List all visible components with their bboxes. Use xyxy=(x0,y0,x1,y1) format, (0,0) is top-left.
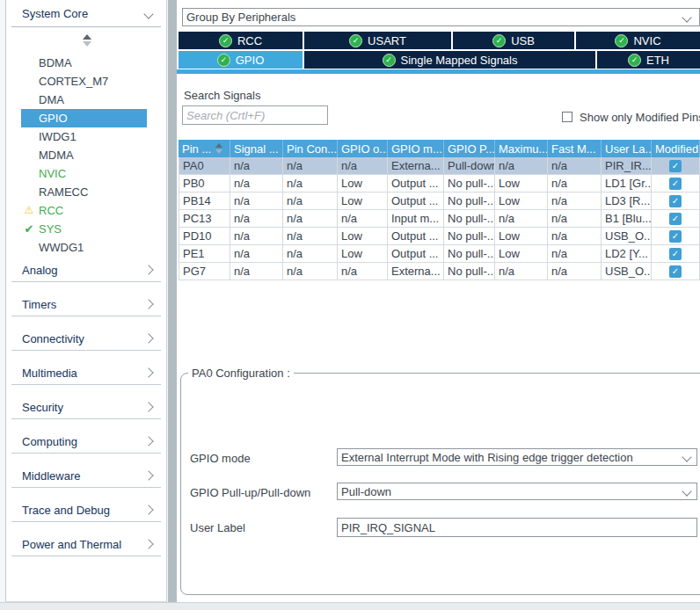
modified-checkbox[interactable] xyxy=(669,248,682,260)
cell-user-label: USB_O... xyxy=(602,228,652,245)
table-row-pe1[interactable]: PE1 n/a n/a Low Output ... No pull-... L… xyxy=(179,245,700,263)
search-input[interactable] xyxy=(182,105,328,125)
sidebar-item-dma[interactable]: DMA xyxy=(21,91,147,109)
category-label: Timers xyxy=(22,298,56,311)
sidebar-item-ramecc[interactable]: RAMECC xyxy=(21,183,147,201)
modified-checkbox[interactable] xyxy=(669,178,682,190)
tab-usart[interactable]: USART xyxy=(304,32,451,49)
sidebar-category-security[interactable]: Security xyxy=(11,396,161,430)
sidebar-item-wwdg1[interactable]: WWDG1 xyxy=(21,238,147,257)
chevron-right-icon xyxy=(143,505,153,514)
table-row-pa0[interactable]: PA0 n/a n/a n/a Externa... Pull-down n/a… xyxy=(179,157,700,175)
peripheral-label: GPIO xyxy=(39,112,68,125)
peripheral-list: BDMA CORTEX_M7 DMA GPIO IWDG1 MDMA NVIC … xyxy=(6,54,168,257)
mode-configuration-panel: Group By Peripherals RCC USART USB NVIC … xyxy=(177,0,700,602)
peripheral-label: RAMECC xyxy=(39,185,88,199)
sidebar-category-middleware[interactable]: Middleware xyxy=(11,464,161,498)
cell-maximum: Low xyxy=(495,228,548,245)
tab-rcc[interactable]: RCC xyxy=(179,32,303,49)
show-only-modified-pins-label: Show only Modified Pins xyxy=(580,111,700,124)
sidebar-category-computing[interactable]: Computing xyxy=(11,430,161,464)
sidebar-category-trace-and-debug[interactable]: Trace and Debug xyxy=(11,498,161,533)
group-by-dropdown[interactable]: Group By Peripherals xyxy=(182,8,700,26)
column-header-gpio-pull[interactable]: GPIO P... xyxy=(444,140,495,157)
sidebar-item-gpio[interactable]: GPIO xyxy=(21,109,147,127)
cell-gpio-pull: No pull-... xyxy=(444,210,495,228)
tab-single-mapped-signals[interactable]: Single Mapped Signals xyxy=(304,51,595,69)
table-row-pd10[interactable]: PD10 n/a n/a Low Output ... No pull-... … xyxy=(179,228,700,245)
cell-gpio-output: n/a xyxy=(338,157,388,175)
cell-gpio-pull: No pull-... xyxy=(444,245,495,263)
tab-label: USART xyxy=(368,34,406,47)
sort-icon xyxy=(215,143,222,154)
tab-nvic[interactable]: NVIC xyxy=(576,32,700,49)
sidebar-item-rcc[interactable]: ⚠ RCC xyxy=(21,201,147,220)
cell-maximum: Low xyxy=(495,175,548,192)
gpio-pull-select[interactable]: Pull-down xyxy=(337,483,697,500)
column-header-maximum[interactable]: Maximu... xyxy=(495,140,548,157)
sidebar-item-sys[interactable]: ✔ SYS xyxy=(21,220,147,238)
gpio-mode-label: GPIO mode xyxy=(190,452,251,465)
modified-checkbox[interactable] xyxy=(669,230,682,243)
panel-divider[interactable] xyxy=(168,0,177,602)
tab-gpio[interactable]: GPIO xyxy=(179,51,303,69)
column-header-gpio-output[interactable]: GPIO o... xyxy=(338,140,388,157)
cell-pin: PD10 xyxy=(179,228,230,245)
tab-eth[interactable]: ETH xyxy=(597,51,700,69)
cell-fast-mode: n/a xyxy=(548,210,602,228)
sidebar-item-iwdg1[interactable]: IWDG1 xyxy=(21,127,147,146)
column-header-user-label[interactable]: User La... xyxy=(602,140,652,157)
modified-checkbox[interactable] xyxy=(669,213,682,225)
sidebar-category-timers[interactable]: Timers xyxy=(11,293,161,327)
sidebar-category-power-and-thermal[interactable]: Power and Thermal xyxy=(11,533,161,567)
sidebar-header-system-core[interactable]: System Core xyxy=(22,7,88,20)
cell-fast-mode: n/a xyxy=(548,175,602,192)
scroll-up-icon[interactable] xyxy=(83,34,91,40)
cell-gpio-mode: Output ... xyxy=(388,192,444,210)
cell-pin-context: n/a xyxy=(283,192,338,210)
chevron-down-icon[interactable] xyxy=(143,9,153,18)
modified-checkbox[interactable] xyxy=(669,160,682,172)
sidebar-item-cortex-m7[interactable]: CORTEX_M7 xyxy=(21,72,147,91)
sidebar-category-analog[interactable]: Analog xyxy=(11,258,161,293)
column-header-pin[interactable]: Pin ... xyxy=(179,140,230,157)
column-header-signal[interactable]: Signal ... xyxy=(230,140,283,157)
cell-gpio-pull: No pull-... xyxy=(444,192,495,210)
gpio-mode-value: External Interrupt Mode with Rising edge… xyxy=(341,451,633,464)
gpio-mode-select[interactable]: External Interrupt Mode with Rising edge… xyxy=(337,448,697,466)
table-row-pg7[interactable]: PG7 n/a n/a n/a Externa... No pull-... n… xyxy=(179,263,700,280)
user-label-input[interactable] xyxy=(337,518,697,537)
sidebar-category-multimedia[interactable]: Multimedia xyxy=(11,361,161,396)
column-header-fast-mode[interactable]: Fast M... xyxy=(548,140,602,157)
category-label: Middleware xyxy=(22,469,80,483)
sidebar-item-nvic[interactable]: NVIC xyxy=(21,164,147,183)
cell-gpio-pull: No pull-... xyxy=(444,263,495,280)
column-header-modified[interactable]: Modified xyxy=(652,140,700,157)
table-row-pb14[interactable]: PB14 n/a n/a Low Output ... No pull-... … xyxy=(179,192,700,210)
column-header-gpio-mode[interactable]: GPIO m... xyxy=(388,140,444,157)
table-row-pb0[interactable]: PB0 n/a n/a Low Output ... No pull-... L… xyxy=(179,175,700,192)
chevron-right-icon xyxy=(143,470,153,480)
peripheral-label: IWDG1 xyxy=(39,130,77,143)
scroll-down-icon[interactable] xyxy=(83,41,91,47)
cell-pin: PC13 xyxy=(179,210,230,228)
list-scroll-control[interactable] xyxy=(80,34,94,47)
modified-checkbox[interactable] xyxy=(669,265,682,278)
table-row-pc13[interactable]: PC13 n/a n/a n/a Input m... No pull-... … xyxy=(179,210,700,228)
sidebar-item-bdma[interactable]: BDMA xyxy=(21,54,147,72)
cell-pin-context: n/a xyxy=(283,245,338,263)
cell-signal: n/a xyxy=(230,157,283,175)
cell-maximum: Low xyxy=(495,245,548,263)
sidebar-category-connectivity[interactable]: Connectivity xyxy=(11,327,161,361)
show-only-modified-pins-checkbox[interactable] xyxy=(562,112,572,122)
modified-checkbox[interactable] xyxy=(669,195,682,207)
status-bar xyxy=(0,602,700,610)
tab-usb[interactable]: USB xyxy=(453,32,574,49)
column-header-pin-context[interactable]: Pin Con... xyxy=(283,140,338,157)
peripheral-label: MDMA xyxy=(39,149,74,162)
gpio-pull-value: Pull-down xyxy=(341,485,391,498)
check-icon xyxy=(628,54,641,67)
cell-gpio-mode: Input m... xyxy=(388,210,444,228)
sidebar-item-mdma[interactable]: MDMA xyxy=(21,146,147,164)
cell-gpio-mode: Externa... xyxy=(388,157,444,175)
